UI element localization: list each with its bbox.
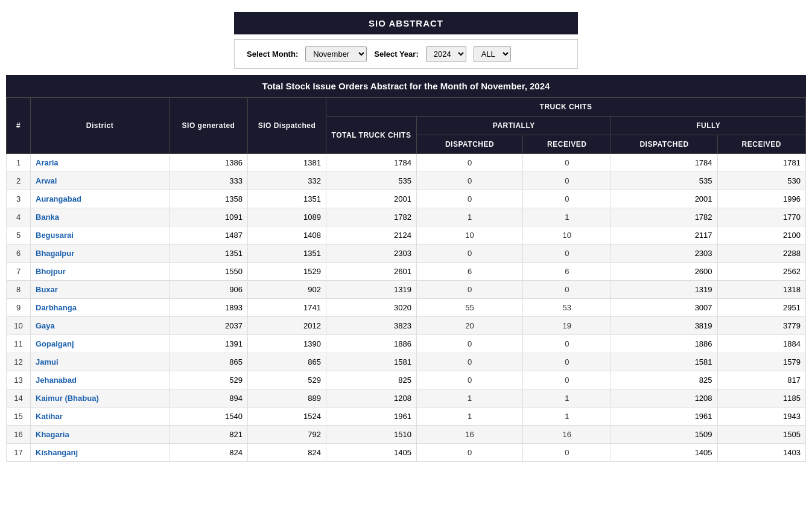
cell-sio-generated: 1358 bbox=[170, 190, 248, 208]
cell-total-truck-chits: 1961 bbox=[326, 408, 417, 426]
cell-district[interactable]: Bhojpur bbox=[31, 263, 170, 281]
cell-partially-dispatched: 1 bbox=[417, 408, 523, 426]
top-section: SIO ABSTRACT Select Month: November Janu… bbox=[0, 0, 812, 75]
cell-fully-received: 2100 bbox=[717, 226, 805, 245]
cell-district[interactable]: Kishanganj bbox=[31, 444, 170, 462]
cell-district[interactable]: Darbhanga bbox=[31, 299, 170, 317]
cell-partially-dispatched: 20 bbox=[417, 317, 523, 335]
cell-partially-received: 1 bbox=[523, 408, 611, 426]
cell-district[interactable]: Jamui bbox=[31, 353, 170, 371]
filter-select[interactable]: ALL bbox=[474, 46, 511, 62]
cell-fully-received: 1996 bbox=[717, 190, 805, 208]
th-truck-chits: TRUCK CHITS bbox=[326, 98, 806, 117]
cell-partially-dispatched: 55 bbox=[417, 299, 523, 317]
cell-sno: 13 bbox=[7, 371, 31, 389]
cell-partially-dispatched: 0 bbox=[417, 154, 523, 172]
cell-partially-dispatched: 0 bbox=[417, 245, 523, 263]
cell-partially-received: 19 bbox=[523, 317, 611, 335]
table-row: 12Jamui86586515810015811579 bbox=[7, 353, 806, 371]
cell-sio-generated: 906 bbox=[170, 281, 248, 299]
th-sio-dispatched: SIO Dispatched bbox=[248, 98, 326, 154]
cell-sno: 8 bbox=[7, 281, 31, 299]
cell-total-truck-chits: 1784 bbox=[326, 154, 417, 172]
cell-district[interactable]: Jehanabad bbox=[31, 371, 170, 389]
month-select[interactable]: November January February March April Ma… bbox=[305, 46, 367, 62]
cell-total-truck-chits: 1886 bbox=[326, 335, 417, 353]
cell-fully-dispatched: 3007 bbox=[611, 299, 717, 317]
cell-partially-received: 0 bbox=[523, 281, 611, 299]
cell-partially-dispatched: 0 bbox=[417, 353, 523, 371]
cell-sio-generated: 824 bbox=[170, 444, 248, 462]
cell-district[interactable]: Kaimur (Bhabua) bbox=[31, 389, 170, 408]
cell-sio-dispatched: 1351 bbox=[248, 190, 326, 208]
cell-fully-received: 2562 bbox=[717, 263, 805, 281]
cell-sio-generated: 1540 bbox=[170, 408, 248, 426]
cell-total-truck-chits: 1208 bbox=[326, 389, 417, 408]
cell-fully-dispatched: 1782 bbox=[611, 208, 717, 226]
cell-fully-dispatched: 825 bbox=[611, 371, 717, 389]
cell-total-truck-chits: 1319 bbox=[326, 281, 417, 299]
cell-district[interactable]: Begusarai bbox=[31, 226, 170, 245]
cell-district[interactable]: Gopalganj bbox=[31, 335, 170, 353]
cell-sio-dispatched: 332 bbox=[248, 172, 326, 190]
cell-fully-dispatched: 1961 bbox=[611, 408, 717, 426]
cell-partially-received: 0 bbox=[523, 353, 611, 371]
cell-fully-dispatched: 1319 bbox=[611, 281, 717, 299]
year-select[interactable]: 2024 2022 2023 2025 bbox=[426, 46, 466, 62]
cell-sio-dispatched: 529 bbox=[248, 371, 326, 389]
cell-total-truck-chits: 1510 bbox=[326, 426, 417, 444]
cell-district[interactable]: Gaya bbox=[31, 317, 170, 335]
select-month-label: Select Month: bbox=[247, 50, 298, 59]
cell-district[interactable]: Khagaria bbox=[31, 426, 170, 444]
cell-district[interactable]: Bhagalpur bbox=[31, 245, 170, 263]
th-total-truck-chits: TOTAL TRUCK CHITS bbox=[326, 117, 417, 154]
cell-sio-dispatched: 1529 bbox=[248, 263, 326, 281]
table-row: 3Aurangabad1358135120010020011996 bbox=[7, 190, 806, 208]
cell-partially-received: 0 bbox=[523, 172, 611, 190]
th-fully: FULLY bbox=[611, 117, 806, 135]
select-year-label: Select Year: bbox=[374, 50, 418, 59]
cell-partially-received: 6 bbox=[523, 263, 611, 281]
cell-partially-dispatched: 10 bbox=[417, 226, 523, 245]
controls-box: Select Month: November January February … bbox=[234, 39, 578, 69]
table-row: 14Kaimur (Bhabua)89488912081112081185 bbox=[7, 389, 806, 408]
cell-sio-generated: 821 bbox=[170, 426, 248, 444]
cell-sno: 5 bbox=[7, 226, 31, 245]
cell-total-truck-chits: 825 bbox=[326, 371, 417, 389]
table-row: 5Begusarai148714082124101021172100 bbox=[7, 226, 806, 245]
cell-fully-dispatched: 3819 bbox=[611, 317, 717, 335]
cell-fully-received: 3779 bbox=[717, 317, 805, 335]
cell-partially-dispatched: 0 bbox=[417, 335, 523, 353]
cell-sio-dispatched: 865 bbox=[248, 353, 326, 371]
th-fully-received: RECEIVED bbox=[717, 135, 805, 154]
th-partially: PARTIALLY bbox=[417, 117, 611, 135]
cell-total-truck-chits: 2001 bbox=[326, 190, 417, 208]
cell-partially-received: 0 bbox=[523, 190, 611, 208]
cell-sio-generated: 529 bbox=[170, 371, 248, 389]
cell-district[interactable]: Katihar bbox=[31, 408, 170, 426]
cell-fully-dispatched: 1784 bbox=[611, 154, 717, 172]
cell-partially-dispatched: 1 bbox=[417, 208, 523, 226]
cell-sio-generated: 2037 bbox=[170, 317, 248, 335]
cell-district[interactable]: Aurangabad bbox=[31, 190, 170, 208]
cell-partially-dispatched: 0 bbox=[417, 444, 523, 462]
cell-sno: 14 bbox=[7, 389, 31, 408]
cell-partially-dispatched: 0 bbox=[417, 371, 523, 389]
cell-district[interactable]: Arwal bbox=[31, 172, 170, 190]
cell-sno: 6 bbox=[7, 245, 31, 263]
table-row: 4Banka1091108917821117821770 bbox=[7, 208, 806, 226]
cell-district[interactable]: Araria bbox=[31, 154, 170, 172]
cell-district[interactable]: Banka bbox=[31, 208, 170, 226]
cell-partially-received: 0 bbox=[523, 335, 611, 353]
cell-total-truck-chits: 2303 bbox=[326, 245, 417, 263]
cell-sio-generated: 1386 bbox=[170, 154, 248, 172]
cell-district[interactable]: Buxar bbox=[31, 281, 170, 299]
cell-sio-dispatched: 902 bbox=[248, 281, 326, 299]
cell-sio-dispatched: 1381 bbox=[248, 154, 326, 172]
cell-sio-generated: 1351 bbox=[170, 245, 248, 263]
cell-sio-dispatched: 824 bbox=[248, 444, 326, 462]
cell-fully-received: 530 bbox=[717, 172, 805, 190]
cell-sno: 9 bbox=[7, 299, 31, 317]
cell-partially-received: 1 bbox=[523, 389, 611, 408]
cell-fully-received: 2288 bbox=[717, 245, 805, 263]
